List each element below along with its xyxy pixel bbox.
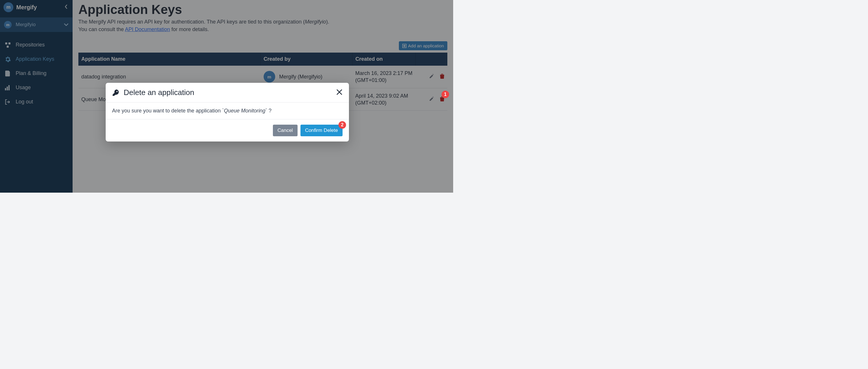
modal-app-name: Queue Monitoring — [224, 108, 265, 114]
delete-application-modal: Delete an application Are you sure you w… — [106, 83, 349, 142]
modal-text: ` ? — [265, 108, 272, 114]
close-icon — [336, 89, 343, 95]
modal-footer: Cancel Confirm Delete 2 — [106, 119, 349, 142]
modal-header: Delete an application — [106, 83, 349, 103]
modal-close-button[interactable] — [336, 89, 343, 96]
annotation-badge-2: 2 — [339, 121, 346, 129]
modal-text: Are you sure you want to delete the appl… — [112, 108, 224, 114]
annotation-badge-1: 1 — [441, 91, 449, 98]
confirm-delete-button[interactable]: Confirm Delete — [301, 125, 343, 136]
modal-title: Delete an application — [124, 88, 332, 97]
key-icon — [112, 89, 120, 96]
modal-body: Are you sure you want to delete the appl… — [106, 103, 349, 119]
cancel-button[interactable]: Cancel — [273, 125, 298, 136]
